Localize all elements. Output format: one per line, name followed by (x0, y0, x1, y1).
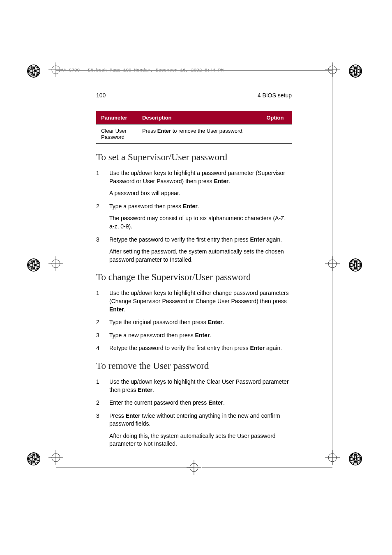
rule-left (56, 70, 56, 458)
txt-bold: Enter (214, 178, 228, 184)
list-remove: Use the up/down keys to highlight the Cl… (96, 378, 292, 448)
list-item: Retype the password to verify the first … (96, 344, 292, 352)
cell-param: Clear User Password (96, 124, 137, 144)
reg-ring-tr (349, 64, 362, 78)
crosshair-top-r (325, 62, 340, 77)
sub-text: A password box will appear. (109, 189, 292, 198)
txt-bold: Enter (250, 236, 265, 243)
reg-ring-mr (349, 258, 362, 272)
reg-ring-ml (27, 258, 40, 272)
txt: . (223, 399, 225, 406)
txt-bold: Enter (183, 203, 198, 210)
param-table: Parameter Description Option Clear User … (96, 111, 292, 144)
txt-bold: Enter (250, 345, 265, 351)
table-row: Clear User Password Press Enter to remov… (96, 124, 292, 144)
reg-ring-br (349, 452, 362, 465)
list-item: Use the up/down keys to highlight a pass… (96, 169, 292, 198)
txt: . (210, 332, 211, 339)
txt-bold: Enter (138, 387, 152, 393)
txt: again. (265, 236, 282, 243)
txt: Retype the password to verify the first … (109, 345, 250, 351)
th-option: Option (261, 111, 292, 124)
page-top-rule (56, 70, 332, 71)
txt: Retype the password to verify the first … (109, 236, 250, 243)
txt: . (152, 387, 154, 393)
cell-desc: Press Enter to remove the User password. (137, 124, 261, 144)
rule-bottom2 (202, 467, 332, 468)
txt: Use the up/down keys to highlight a pass… (109, 170, 285, 184)
txt-bold: Enter (126, 412, 141, 419)
txt: Use the up/down keys to highlight the Cl… (109, 378, 289, 393)
desc-before: Press (142, 128, 157, 134)
sub-text: After doing this, the system automatical… (109, 432, 292, 448)
rule-bottom (56, 467, 194, 468)
txt-bold: Enter (109, 306, 124, 313)
list-item: Type the original password then press En… (96, 318, 292, 327)
heading-set-password: To set a Supervisor/User password (96, 152, 292, 163)
list-item: Press Enter twice without entering anyth… (96, 412, 292, 448)
page-content: Parameter Description Option Clear User … (96, 111, 292, 453)
th-description: Description (137, 111, 261, 124)
txt: Type a new password then press (109, 332, 195, 339)
sub-text: After setting the password, the system a… (109, 248, 292, 264)
txt: . (124, 306, 126, 313)
list-item: Type a new password then press Enter. (96, 332, 292, 340)
txt-bold: Enter (195, 332, 210, 339)
th-parameter: Parameter (96, 111, 137, 124)
heading-change-password: To change the Supervisor/User password (96, 272, 292, 283)
txt: . (228, 178, 230, 184)
reg-ring-bl (27, 452, 40, 465)
desc-after: to remove the User password. (171, 128, 244, 134)
txt: again. (265, 345, 282, 351)
sub-text: The password may consist of up to six al… (109, 214, 292, 230)
list-change: Use the up/down keys to highlight either… (96, 289, 292, 352)
page-number: 100 (96, 92, 106, 99)
list-item: Use the up/down keys to highlight either… (96, 289, 292, 313)
txt-bold: Enter (208, 399, 223, 406)
txt: Use the up/down keys to highlight either… (109, 290, 289, 304)
crosshair-bot-r (325, 450, 340, 465)
list-item: Retype the password to verify the first … (96, 236, 292, 264)
list-set: Use the up/down keys to highlight a pass… (96, 169, 292, 264)
txt: Type the original password then press (109, 319, 208, 325)
rule-right (332, 70, 332, 458)
txt: . (198, 203, 199, 210)
list-item: Use the up/down keys to highlight the Cl… (96, 378, 292, 394)
txt-bold: Enter (208, 319, 223, 325)
chapter-header: 4 BIOS setup (258, 92, 292, 99)
heading-remove-password: To remove the User password (96, 361, 292, 371)
list-item: Type a password then press Enter. The pa… (96, 203, 292, 231)
txt: Type a password then press (109, 203, 183, 210)
reg-ring-tl (27, 64, 40, 78)
txt: Enter the current password then press (109, 399, 208, 406)
crosshair-mid-r (325, 256, 340, 271)
list-item: Enter the current password then press En… (96, 399, 292, 407)
cell-opt (261, 124, 292, 144)
desc-bold: Enter (157, 128, 171, 134)
txt: . (223, 319, 224, 325)
txt: Press (109, 412, 126, 419)
